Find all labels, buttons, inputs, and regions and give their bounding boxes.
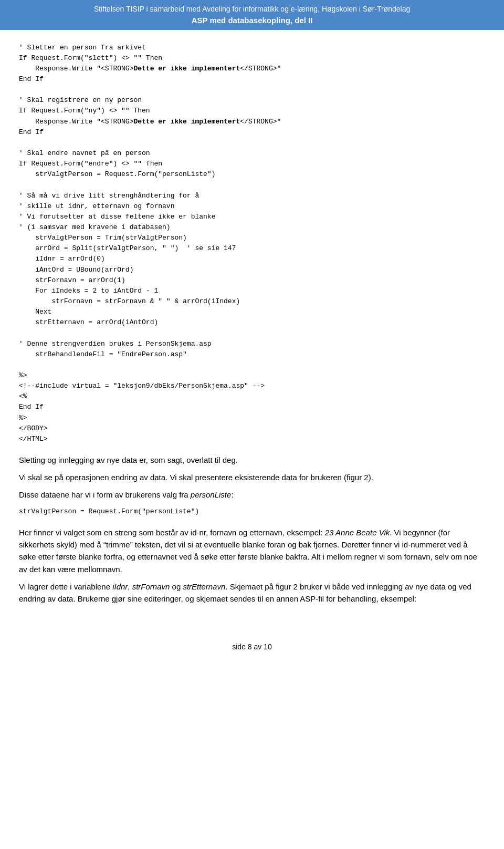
code-line-comment2: ' Skal registrere en ny person — [19, 96, 142, 104]
code-line-split: arrOrd = Split(strValgtPerson, " ") ' se… — [19, 244, 236, 252]
code-line-comment7: ' (i samsvar med kravene i databasen) — [19, 223, 171, 231]
header-line1: Stiftelsen TISIP i samarbeid med Avdelin… — [10, 4, 494, 15]
code-line-if3: If Request.Form("endre") <> "" Then — [19, 160, 162, 168]
code-line-response2: Response.Write "<STRONG>Dette er ikke im… — [19, 118, 281, 126]
footer: side 8 av 10 — [0, 637, 504, 656]
main-content: ' Sletter en person fra arkivet If Reque… — [0, 30, 504, 629]
code-line-include: <!--#include virtual = "leksjon9/dbEks/P… — [19, 382, 265, 390]
code-line-trim: strValgtPerson = Trim(strValgtPerson) — [19, 234, 187, 242]
code-line-endif3: End If — [19, 403, 44, 411]
code-line-response1: Response.Write "<STRONG>Dette er ikke im… — [19, 65, 281, 73]
prose-p5: Vi lagrer dette i variablene iIdnr, strF… — [19, 581, 485, 605]
code-line-if2: If Request.Form("ny") <> "" Then — [19, 107, 150, 115]
code-line-strfornavn: strFornavn = arrOrd(1) — [19, 276, 125, 284]
code-line-asp-end: %> — [19, 371, 27, 379]
code-line-asp-start: <% — [19, 392, 27, 400]
code-line-iidnr: iIdnr = arrOrd(0) — [19, 255, 105, 263]
code-line-next: Next — [19, 308, 51, 316]
code-line-html: </HTML> — [19, 435, 48, 443]
code-line-strvalgt: strValgtPerson = Request.Form("personLis… — [19, 170, 215, 178]
prose-strfornavn-italic: strFornavn — [132, 582, 170, 591]
code-line-comment1: ' Sletter en person fra arkivet — [19, 44, 146, 51]
code-inline-block: strValgtPerson = Request.Form("personLis… — [19, 506, 485, 517]
code-line-stretternavn: strEtternavn = arrOrd(iAntOrd) — [19, 318, 158, 326]
code-line-if1: If Request.Form("slett") <> "" Then — [19, 54, 162, 62]
code-line-comment5: ' skille ut idnr, etternavn og fornavn — [19, 202, 174, 210]
code-line-endif1: End If — [19, 75, 44, 83]
prose-p2: Vi skal se på operasjonen endring av dat… — [19, 471, 485, 483]
code-line-iantord: iAntOrd = UBound(arrOrd) — [19, 266, 133, 274]
prose-p4: Her finner vi valget som en streng som b… — [19, 526, 485, 575]
footer-page-number: side 8 av 10 — [232, 643, 272, 651]
code-line-comment8: ' Denne strengverdien brukes i PersonSkj… — [19, 340, 212, 348]
prose-example-italic: 23 Anne Beate Vik — [325, 528, 390, 537]
code-line-comment4: ' Så må vi drive litt strenghåndtering f… — [19, 192, 199, 200]
code-line-body: </BODY> — [19, 424, 48, 432]
prose-p1: Sletting og innlegging av nye data er, s… — [19, 454, 485, 466]
code-line-comment3: ' Skal endre navnet på en person — [19, 149, 150, 157]
code-line-asp-end2: %> — [19, 414, 27, 422]
header-line2: ASP med databasekopling, del II — [10, 15, 494, 26]
prose-p3: Disse dataene har vi i form av brukerens… — [19, 489, 485, 501]
code-line-strfornavn2: strFornavn = strFornavn & " " & arrOrd(i… — [19, 297, 240, 305]
code-line-comment6: ' Vi forutsetter at disse feltene ikke e… — [19, 213, 215, 221]
header: Stiftelsen TISIP i samarbeid med Avdelin… — [0, 0, 504, 30]
prose-personliste-italic: personListe — [191, 490, 232, 499]
code-block: ' Sletter en person fra arkivet If Reque… — [19, 43, 485, 444]
code-line-for: For iIndeks = 2 to iAntOrd - 1 — [19, 287, 158, 295]
code-line-endif2: End If — [19, 128, 44, 136]
code-line-behandlende: strBehandlendeFil = "EndrePerson.asp" — [19, 350, 187, 358]
prose-iidnr-italic: iIdnr — [112, 582, 128, 591]
prose-stretternavn-italic: strEtternavn — [183, 582, 225, 591]
